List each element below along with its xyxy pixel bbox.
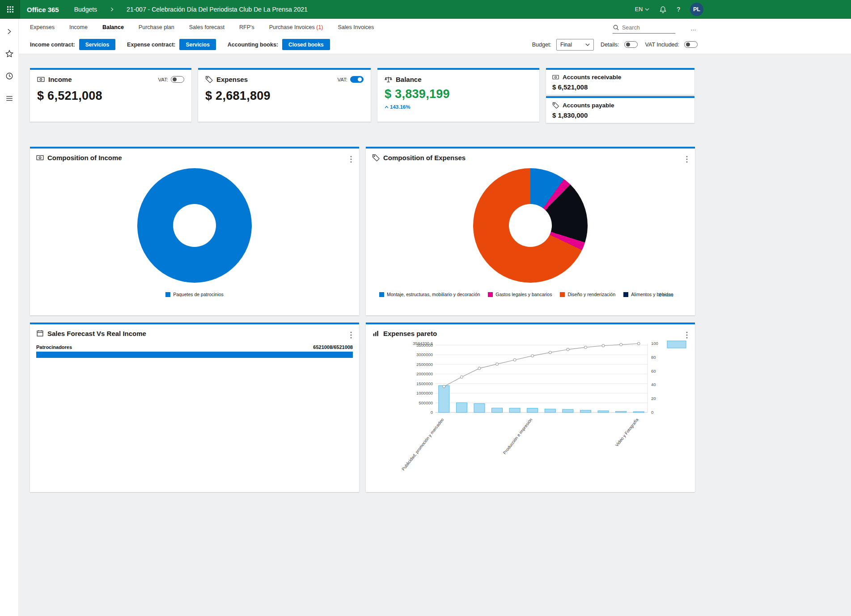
app-name[interactable]: Office 365 — [27, 6, 59, 13]
card-menu-button[interactable] — [686, 156, 688, 165]
budget-select-value: Final — [560, 42, 572, 48]
recent-button[interactable] — [4, 71, 15, 81]
income-donut[interactable] — [137, 168, 252, 283]
legend-more-link[interactable]: 8 more — [659, 292, 673, 297]
legend-swatch — [623, 292, 628, 297]
legend-label: Paquetes de patrocinios — [173, 292, 224, 297]
charts-row-bottom: Sales Forecast Vs Real Income Patrocinad… — [30, 323, 698, 492]
tag-icon — [205, 76, 213, 83]
expand-rail-button[interactable] — [4, 26, 15, 37]
tab-balance[interactable]: Balance — [102, 24, 124, 30]
language-selector[interactable]: EN — [635, 6, 649, 13]
tab-purchase-plan[interactable]: Purchase plan — [139, 24, 174, 30]
expenses-pareto-title: Expenses pareto — [383, 330, 437, 337]
tab-purchase-invoices[interactable]: Purchase Invoices (1) — [269, 24, 323, 30]
favorites-button[interactable] — [4, 48, 15, 59]
accounts-payable-title: Accounts payable — [563, 102, 614, 109]
kebab-icon — [686, 331, 688, 339]
breadcrumb-budgets[interactable]: Budgets — [74, 6, 97, 13]
tab-sales-invoices[interactable]: Sales Invoices — [338, 24, 374, 30]
pareto-marker — [496, 363, 499, 365]
vat-label: VAT: — [158, 77, 168, 82]
y2-axis-label: 80 — [651, 355, 656, 360]
income-contract-button[interactable]: Servicios — [79, 39, 115, 50]
pareto-bar — [474, 404, 485, 412]
menu-button[interactable] — [4, 93, 15, 104]
pareto-line — [444, 344, 639, 387]
clock-icon — [5, 72, 13, 80]
suite-header: Office 365 Budgets 21-007 - Celebración … — [0, 0, 851, 19]
details-toggle[interactable] — [624, 41, 638, 48]
composition-of-expenses-card: Composition of Expenses Montaje, estruct… — [366, 147, 695, 315]
tab-rfp-s[interactable]: RFP's — [239, 24, 254, 30]
pareto-bar — [439, 386, 449, 412]
expenses-amount: $ 2,681,809 — [205, 89, 364, 103]
x-axis-label: Video y Fotografía — [614, 417, 639, 447]
pareto-marker — [549, 351, 551, 354]
bar-chart-icon — [372, 330, 380, 337]
star-icon — [5, 50, 13, 58]
legend-item[interactable]: Montaje, estructuras, mobiliario y decor… — [379, 292, 480, 297]
avatar[interactable]: PL — [690, 3, 703, 16]
legend-item[interactable]: Diseño y renderización — [560, 292, 615, 297]
card-menu-button[interactable] — [350, 156, 352, 165]
pareto-marker — [443, 385, 445, 388]
legend-swatch — [379, 292, 384, 297]
expenses-card: Expenses VAT: $ 2,681,809 — [198, 68, 371, 122]
pareto-marker — [513, 358, 516, 361]
breadcrumb-chevron-icon — [109, 6, 115, 13]
legend-item[interactable]: Paquetes de patrocinios — [165, 292, 224, 297]
y-axis-label: 3000000 — [416, 352, 433, 357]
tab-income[interactable]: Income — [69, 24, 88, 30]
legend-item[interactable]: Gastos legales y bancarios — [488, 292, 552, 297]
accounting-books-label: Accounting books: — [228, 42, 278, 48]
forecast-bar-track — [36, 352, 353, 358]
expense-contract-button[interactable]: Servicios — [179, 39, 216, 50]
y-axis-label: 1500000 — [416, 381, 433, 386]
budget-select[interactable]: Final — [556, 39, 594, 51]
tab-expenses[interactable]: Expenses — [30, 24, 55, 30]
app-launcher-button[interactable] — [0, 0, 20, 19]
income-contract-label: Income contract: — [30, 42, 75, 48]
card-menu-button[interactable] — [350, 331, 352, 340]
page-body: ExpensesIncomeBalancePurchase planSales … — [0, 19, 851, 616]
expense-contract-label: Expense contract: — [127, 42, 175, 48]
expenses-donut[interactable] — [473, 168, 588, 283]
trend-up-icon — [385, 106, 389, 109]
banknote-icon — [37, 76, 45, 83]
legend-label: Diseño y renderización — [567, 292, 615, 297]
search-input[interactable] — [622, 25, 667, 31]
y-axis-label: 2000000 — [416, 371, 433, 376]
accounts-column: Accounts receivable $ 6,521,008 Accounts… — [546, 68, 694, 123]
income-vat-toggle[interactable] — [171, 76, 184, 83]
sales-forecast-card: Sales Forecast Vs Real Income Patrocinad… — [30, 323, 359, 492]
tab-sales-forecast[interactable]: Sales forecast — [189, 24, 224, 30]
tab-badge: (1) — [315, 24, 323, 30]
y2-axis-label: 0 — [651, 410, 653, 415]
search-icon — [613, 24, 619, 31]
overflow-menu-button[interactable]: … — [690, 25, 697, 32]
vat-included-label: VAT Included: — [645, 42, 679, 48]
vat-included-toggle[interactable] — [684, 41, 698, 48]
language-label: EN — [635, 6, 643, 13]
expenses-pareto-card: Expenses pareto 050000010000001500000200… — [366, 323, 695, 492]
tag-icon — [372, 154, 380, 161]
notifications-bell-icon[interactable] — [659, 6, 667, 13]
card-menu-button[interactable] — [686, 331, 688, 340]
pareto-bar — [509, 408, 520, 412]
pareto-legend-swatch — [667, 341, 686, 348]
search-box[interactable] — [613, 22, 675, 34]
main-area: ExpensesIncomeBalancePurchase planSales … — [19, 19, 851, 616]
suite-header-controls: EN ? PL — [635, 0, 703, 19]
accounting-books-button[interactable]: Closed books — [282, 39, 330, 50]
expenses-vat-toggle[interactable] — [350, 76, 364, 83]
pareto-marker — [567, 348, 569, 351]
forecast-row-label: Patrocinadores — [36, 344, 72, 350]
accounts-receivable-amount: $ 6,521,008 — [552, 83, 688, 91]
income-card-title: Income — [48, 76, 72, 83]
kebab-icon — [686, 156, 688, 163]
y2-axis-label: 60 — [651, 369, 656, 374]
help-button[interactable]: ? — [677, 6, 680, 13]
pareto-bar — [492, 408, 503, 412]
y2-axis-label: 40 — [651, 382, 656, 387]
